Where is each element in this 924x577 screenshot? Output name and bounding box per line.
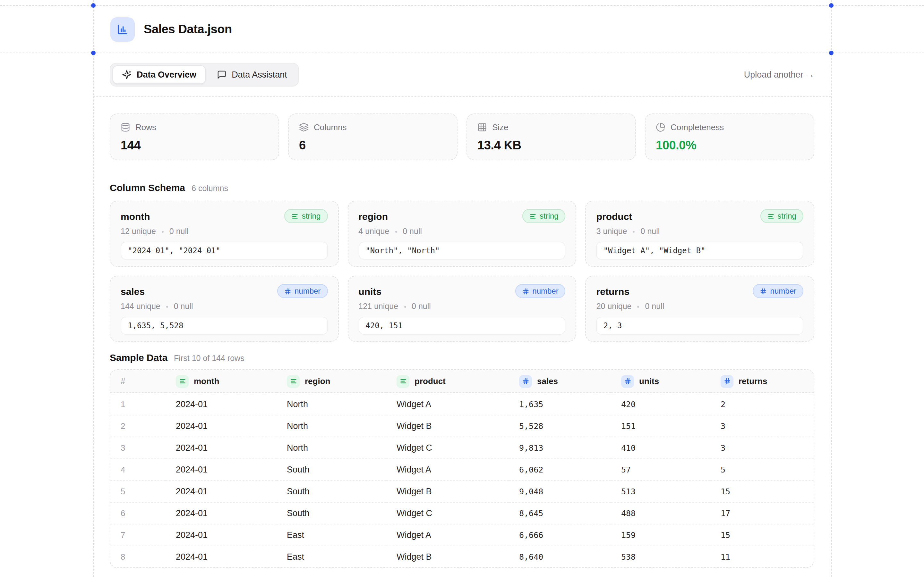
stat-label: Size	[492, 122, 509, 132]
cell-sales: 8,640	[509, 546, 611, 567]
layers-icon	[299, 122, 309, 132]
cell-sales: 8,645	[509, 502, 611, 524]
hash-icon	[760, 287, 767, 295]
main-content: Data Overview Data Assistant Upload anot…	[93, 53, 831, 577]
cell-region: South	[276, 502, 386, 524]
row-index: 6	[110, 502, 166, 524]
string-type-icon	[287, 375, 300, 388]
cell-product: Widget C	[386, 437, 509, 458]
cell-month: 2024-01	[166, 458, 276, 480]
column-name: returns	[596, 285, 630, 297]
sample-heading: Sample Data	[110, 352, 168, 363]
row-index: 4	[110, 458, 166, 480]
dot-separator	[162, 230, 164, 232]
dot-separator	[166, 306, 168, 308]
cell-product: Widget B	[386, 546, 509, 567]
row-index: 7	[110, 524, 166, 546]
cell-month: 2024-01	[166, 415, 276, 437]
cell-region: North	[276, 393, 386, 415]
toolbar-separator	[93, 96, 831, 97]
cell-units: 538	[611, 546, 710, 567]
cell-region: North	[276, 437, 386, 458]
dot-separator	[638, 306, 640, 308]
guide-dot	[91, 3, 95, 8]
header-units: units	[611, 370, 710, 393]
column-meta: 20 unique0 null	[596, 302, 803, 311]
tab-label: Data Overview	[137, 70, 196, 79]
sample-data-table: # month region product sales	[110, 369, 814, 568]
column-sample-values: 2, 3	[596, 317, 803, 335]
header-returns: returns	[710, 370, 814, 393]
cell-month: 2024-01	[166, 437, 276, 458]
header-sales: sales	[509, 370, 611, 393]
cell-product: Widget B	[386, 415, 509, 437]
type-badge-string: string	[760, 209, 803, 223]
table-row: 5 2024-01 South Widget B 9,048 513 15	[110, 480, 814, 502]
tab-data-assistant[interactable]: Data Assistant	[207, 65, 297, 84]
column-name: month	[121, 211, 150, 221]
hash-icon	[621, 375, 634, 388]
type-badge-string: string	[522, 209, 565, 223]
bar-chart-icon	[110, 17, 135, 42]
table-row: 6 2024-01 South Widget C 8,645 488 17	[110, 502, 814, 524]
cell-units: 410	[611, 437, 710, 458]
cell-returns: 3	[710, 437, 814, 458]
schema-card-returns: returns number 20 unique0 null 2, 3	[586, 276, 814, 342]
page-title: Sales Data.json	[144, 23, 232, 37]
cell-returns: 3	[710, 415, 814, 437]
text-lines-icon	[292, 213, 299, 219]
table-row: 1 2024-01 North Widget A 1,635 420 2	[110, 393, 814, 415]
schema-card-sales: sales number 144 unique0 null 1,635, 5,5…	[110, 276, 338, 342]
cell-sales: 1,635	[509, 393, 611, 415]
cell-sales: 9,813	[509, 437, 611, 458]
hash-icon	[522, 287, 529, 295]
cell-returns: 17	[710, 502, 814, 524]
schema-card-units: units number 121 unique0 null 420, 151	[347, 276, 576, 342]
table-row: 3 2024-01 North Widget C 9,813 410 3	[110, 437, 814, 458]
row-index: 5	[110, 480, 166, 502]
stat-card-rows: Rows 144	[110, 113, 279, 160]
stat-card-completeness: Completeness 100.0%	[645, 113, 814, 160]
cell-month: 2024-01	[166, 524, 276, 546]
cell-product: Widget C	[386, 502, 509, 524]
pie-chart-icon	[656, 122, 666, 132]
table-header-row: # month region product sales	[110, 370, 814, 393]
text-lines-icon	[767, 213, 774, 219]
cell-product: Widget A	[386, 458, 509, 480]
cell-returns: 11	[710, 546, 814, 567]
type-badge-string: string	[284, 209, 328, 223]
cell-product: Widget B	[386, 480, 509, 502]
dot-separator	[633, 230, 635, 232]
row-index: 1	[110, 393, 166, 415]
cell-units: 151	[611, 415, 710, 437]
column-name: sales	[121, 285, 145, 297]
cell-region: South	[276, 480, 386, 502]
cell-returns: 15	[710, 480, 814, 502]
column-meta: 12 unique0 null	[121, 227, 328, 236]
cell-units: 159	[611, 524, 710, 546]
schema-grid: month string 12 unique0 null "2024-01", …	[110, 201, 814, 342]
text-lines-icon	[529, 213, 536, 219]
tab-data-overview[interactable]: Data Overview	[112, 65, 206, 84]
type-badge-number: number	[277, 284, 328, 298]
column-sample-values: "2024-01", "2024-01"	[121, 242, 328, 259]
type-badge-number: number	[753, 284, 803, 298]
cell-region: East	[276, 524, 386, 546]
string-type-icon	[397, 375, 409, 388]
schema-card-product: product string 3 unique0 null "Widget A"…	[586, 201, 814, 267]
column-sample-values: "North", "North"	[359, 242, 565, 259]
sparkles-icon	[122, 70, 132, 79]
stat-label: Columns	[314, 122, 347, 132]
cell-units: 420	[611, 393, 710, 415]
guide-line-right	[831, 0, 832, 577]
schema-section-head: Column Schema 6 columns	[110, 182, 814, 193]
column-sample-values: 420, 151	[359, 317, 565, 335]
upload-another-link[interactable]: Upload another →	[744, 70, 814, 79]
cell-month: 2024-01	[166, 393, 276, 415]
cell-product: Widget A	[386, 393, 509, 415]
stat-value: 6	[299, 139, 447, 153]
cell-returns: 5	[710, 458, 814, 480]
guide-line-top	[0, 5, 924, 6]
stat-value: 13.4 KB	[477, 139, 625, 153]
tab-label: Data Assistant	[232, 70, 287, 79]
